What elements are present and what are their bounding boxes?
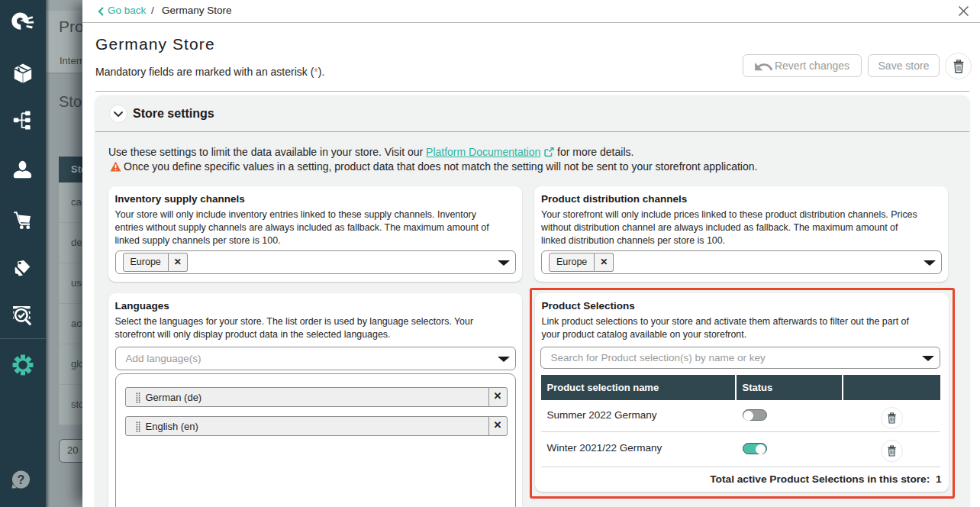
svg-text:?: ? xyxy=(18,473,25,486)
